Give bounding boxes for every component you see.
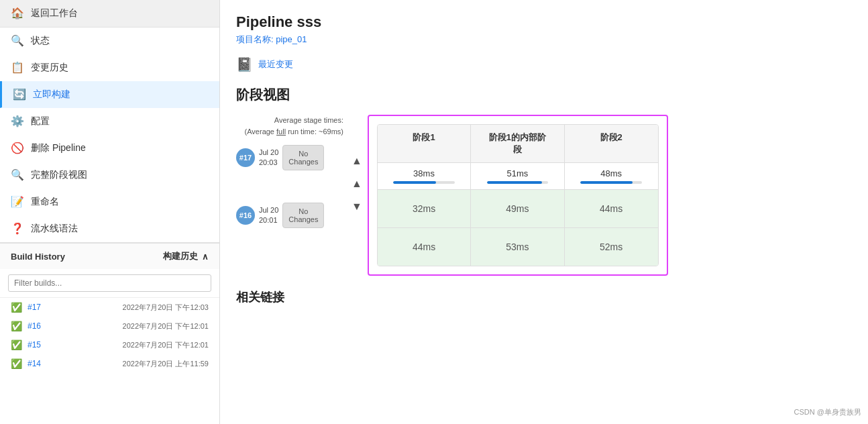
avg-times-line1: Average stage times: xyxy=(236,115,343,126)
page-subtitle: 项目名称: pipe_01 xyxy=(236,34,852,46)
rename-icon: 📝 xyxy=(11,195,24,208)
progress-bar-2 xyxy=(487,181,548,184)
pipeline-syntax-icon: ❓ xyxy=(11,222,24,235)
progress-fill-3 xyxy=(580,181,633,184)
build-list-item-14[interactable]: ✅ #14 2022年7月20日 上午11:59 xyxy=(0,354,219,373)
filter-builds-wrap xyxy=(0,269,219,298)
progress-bar-1 xyxy=(393,181,454,184)
build-15-time: 2022年7月20日 下午12:01 xyxy=(123,340,209,350)
sidebar-item-rename[interactable]: 📝 重命名 xyxy=(0,189,219,215)
stage-header-2: 阶段1的内部阶段 xyxy=(471,125,564,162)
build-17-time: 2022年7月20日 下午12:03 xyxy=(123,303,209,313)
sidebar-status-label: 状态 xyxy=(31,35,50,47)
build-17-badge: #17 xyxy=(236,148,255,167)
subtitle-prefix: 项目名称: xyxy=(236,34,274,44)
sidebar-item-delete-pipeline[interactable]: 🚫 删除 Pipeline xyxy=(0,135,219,162)
no-changes-btn-17[interactable]: NoChanges xyxy=(282,145,324,170)
recent-changes-label: 最近变更 xyxy=(258,58,293,70)
sidebar-item-change-history[interactable]: 📋 变更历史 xyxy=(0,54,219,81)
build-14-status-icon: ✅ xyxy=(11,358,22,369)
build-14-time: 2022年7月20日 上午11:59 xyxy=(123,359,209,369)
stage-header-1: 阶段1 xyxy=(378,125,471,162)
stage-grid-container: 阶段1 阶段1的内部阶段 阶段2 38ms 51ms xyxy=(368,115,668,276)
build-list-item-16[interactable]: ✅ #16 2022年7月20日 下午12:01 xyxy=(0,317,219,335)
build-history-en-label: Build History xyxy=(11,252,65,262)
build-14-link[interactable]: #14 xyxy=(28,359,41,368)
build-now-icon: 🔄 xyxy=(13,88,26,101)
sidebar-build-now-label: 立即构建 xyxy=(33,89,70,101)
build-history-header: Build History 构建历史 ∧ xyxy=(0,243,219,269)
sidebar-item-build-now[interactable]: 🔄 立即构建 xyxy=(0,81,219,108)
build-17-entry: #17 Jul 20 20:03 NoChanges xyxy=(236,145,343,170)
stage-header-row: 阶段1 阶段1的内部阶段 阶段2 xyxy=(378,125,658,163)
stage-data-row-16: 44ms 53ms 52ms xyxy=(378,228,658,266)
scroll-down-icon[interactable]: ▼ xyxy=(351,201,362,213)
avg-times-line2: (Average full run time: ~69ms) xyxy=(236,126,343,138)
build-16-date: Jul 20 20:01 xyxy=(259,205,278,226)
scroll-up-2-icon[interactable]: ▲ xyxy=(351,178,362,190)
scroll-arrows: ▲ ▲ ▼ xyxy=(351,155,362,213)
chevron-up-icon: ∧ xyxy=(202,252,209,262)
stage-data-cell-17-3[interactable]: 44ms xyxy=(565,190,658,227)
build-15-status-icon: ✅ xyxy=(11,339,22,350)
sidebar-rename-label: 重命名 xyxy=(31,196,59,208)
sidebar-item-full-stage-view[interactable]: 🔍 完整阶段视图 xyxy=(0,162,219,189)
stage-avg-cell-2: 51ms xyxy=(471,163,564,189)
sidebar-delete-label: 删除 Pipeline xyxy=(31,142,86,154)
subtitle-project: pipe_01 xyxy=(276,34,307,44)
sidebar-full-stage-label: 完整阶段视图 xyxy=(31,169,87,181)
stage-data-cell-16-2[interactable]: 53ms xyxy=(471,228,564,266)
avg-times-label: Average stage times: (Average full run t… xyxy=(236,115,343,137)
sidebar-config-label: 配置 xyxy=(31,115,50,127)
config-icon: ⚙️ xyxy=(11,115,24,127)
stage-header-3: 阶段2 xyxy=(565,125,658,162)
stage-data-cell-17-2[interactable]: 49ms xyxy=(471,190,564,227)
sidebar-item-back[interactable]: 🏠 返回工作台 xyxy=(0,0,219,27)
filter-builds-input[interactable] xyxy=(8,274,211,292)
build-17-date: Jul 20 20:03 xyxy=(259,148,278,168)
main-content: Pipeline sss 项目名称: pipe_01 📓 最近变更 阶段视图 A… xyxy=(220,0,868,424)
sidebar: 🏠 返回工作台 🔍 状态 📋 变更历史 🔄 立即构建 ⚙️ 配置 🚫 删除 Pi… xyxy=(0,0,220,424)
no-changes-btn-16[interactable]: NoChanges xyxy=(282,203,324,228)
sidebar-item-config[interactable]: ⚙️ 配置 xyxy=(0,108,219,135)
build-17-status-icon: ✅ xyxy=(11,302,22,313)
stage-data-cell-17-1[interactable]: 32ms xyxy=(378,190,471,227)
build-list-item-15[interactable]: ✅ #15 2022年7月20日 下午12:01 xyxy=(0,335,219,354)
page-title: Pipeline sss xyxy=(236,13,852,31)
stage-avg-cell-1: 38ms xyxy=(378,163,471,189)
build-history-zh-label: 构建历史 xyxy=(163,250,198,262)
stage-data-row-17: 32ms 49ms 44ms xyxy=(378,190,658,228)
sidebar-change-history-label: 变更历史 xyxy=(31,62,68,74)
build-list-item-17[interactable]: ✅ #17 2022年7月20日 下午12:03 xyxy=(0,298,219,317)
stage-view-wrapper: Average stage times: (Average full run t… xyxy=(236,115,852,276)
csdn-watermark: CSDN @单身贵族男 xyxy=(794,407,861,417)
stage-data-cell-16-1[interactable]: 44ms xyxy=(378,228,471,266)
progress-fill-1 xyxy=(393,181,436,184)
delete-icon: 🚫 xyxy=(11,142,24,154)
build-15-link[interactable]: #15 xyxy=(28,340,41,350)
stage-view-title: 阶段视图 xyxy=(236,86,852,104)
change-history-icon: 📋 xyxy=(11,61,24,74)
build-17-link[interactable]: #17 xyxy=(28,303,41,312)
sidebar-pipeline-syntax-label: 流水线语法 xyxy=(31,223,78,235)
full-stage-icon: 🔍 xyxy=(11,168,24,181)
status-icon: 🔍 xyxy=(11,34,24,47)
progress-bar-3 xyxy=(580,181,642,184)
build-16-time: 2022年7月20日 下午12:01 xyxy=(123,321,209,331)
back-icon: 🏠 xyxy=(11,7,24,19)
build-16-entry: #16 Jul 20 20:01 NoChanges xyxy=(236,203,343,228)
build-16-link[interactable]: #16 xyxy=(28,321,41,331)
stage-avg-cell-3: 48ms xyxy=(565,163,658,189)
stage-data-cell-16-3[interactable]: 52ms xyxy=(565,228,658,266)
recent-changes-link[interactable]: 📓 最近变更 xyxy=(236,56,852,72)
notebook-icon: 📓 xyxy=(236,56,253,72)
stage-left-panel: Average stage times: (Average full run t… xyxy=(236,115,343,228)
related-links-title: 相关链接 xyxy=(236,289,852,305)
scroll-up-icon[interactable]: ▲ xyxy=(351,155,362,167)
sidebar-item-pipeline-syntax[interactable]: ❓ 流水线语法 xyxy=(0,215,219,242)
stage-grid: 阶段1 阶段1的内部阶段 阶段2 38ms 51ms xyxy=(377,124,659,266)
progress-fill-2 xyxy=(487,181,542,184)
stage-avg-row: 38ms 51ms 48ms xyxy=(378,163,658,190)
sidebar-item-status[interactable]: 🔍 状态 xyxy=(0,28,219,54)
sidebar-back-label: 返回工作台 xyxy=(31,7,78,19)
